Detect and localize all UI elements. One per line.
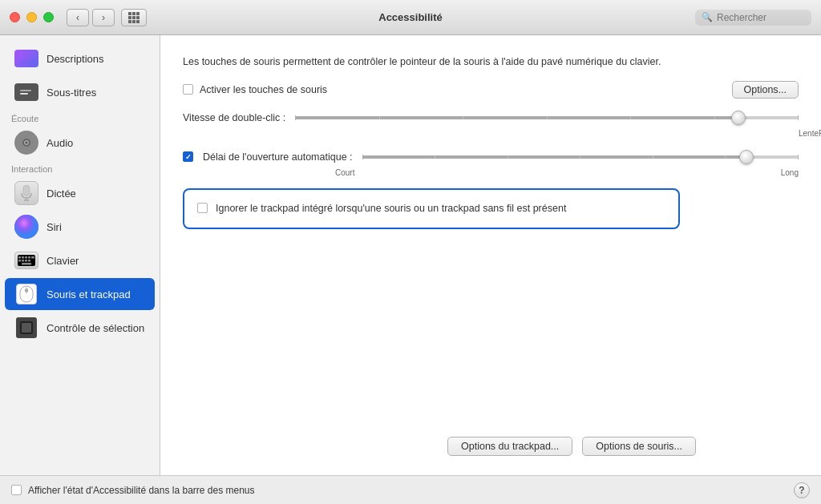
svg-rect-25 (25, 288, 28, 292)
options-button[interactable]: Options... (732, 81, 799, 99)
description-text: Les touches de souris permettent de cont… (183, 54, 696, 70)
double-click-section: Vitesse de double-clic : (183, 110, 799, 138)
svg-rect-13 (18, 256, 21, 259)
section-label-ecoute: Écoute (0, 109, 160, 126)
svg-rect-16 (28, 256, 30, 259)
svg-point-11 (14, 215, 38, 239)
delay-checkbox[interactable] (183, 151, 193, 162)
delay-row: Délai de l'ouverture automatique : (183, 149, 799, 165)
sidebar-item-clavier[interactable]: Clavier (5, 244, 155, 276)
delay-short-label: Court (335, 168, 354, 177)
bottombar-checkbox-row: Afficher l'état d'Accessibilité dans la … (11, 485, 255, 496)
bottom-buttons: Options du trackpad... Options de souris… (183, 437, 696, 456)
ignore-checkbox-label: Ignorer le trackpad intégré lorsqu'une s… (216, 201, 566, 216)
double-click-slider-track (295, 116, 799, 119)
activate-checkbox-row: Activer les touches de souris (183, 84, 327, 95)
svg-rect-19 (22, 260, 24, 262)
grid-icon (128, 12, 140, 23)
maximize-button[interactable] (43, 12, 54, 22)
delay-slider-track (362, 155, 799, 159)
delay-slider-container (362, 149, 799, 165)
double-click-thumb[interactable] (731, 111, 746, 125)
double-click-slider-container (295, 110, 799, 126)
sidebar-item-controle-selection[interactable]: Contrôle de sélection (5, 312, 155, 344)
double-click-label: Vitesse de double-clic : (183, 112, 285, 123)
svg-rect-0 (18, 53, 34, 64)
svg-rect-14 (22, 256, 24, 259)
sidebar-item-label: Contrôle de sélection (47, 322, 144, 334)
sidebar-item-label: Sous-titres (47, 87, 96, 99)
svg-rect-2 (20, 93, 28, 95)
double-click-labels: Lente Rapide (471, 129, 799, 138)
content-panel: Les touches de souris permettent de cont… (160, 35, 821, 475)
trackpad-options-button[interactable]: Options du trackpad... (447, 437, 572, 456)
delay-label: Délai de l'ouverture automatique : (203, 151, 353, 163)
ignore-checkbox[interactable] (197, 203, 208, 213)
speed-slow-label: Lente (799, 129, 819, 138)
siri-icon (14, 215, 38, 239)
window-title: Accessibilité (378, 11, 443, 23)
ignore-trackpad-box: Ignorer le trackpad intégré lorsqu'une s… (183, 188, 680, 229)
sidebar-item-dictee[interactable]: Dictée (5, 177, 155, 209)
svg-rect-15 (25, 256, 27, 259)
svg-rect-8 (23, 185, 30, 196)
controle-icon (14, 316, 38, 340)
sidebar: Descriptions Sous-titres Écoute (0, 35, 160, 475)
forward-button[interactable]: › (92, 9, 115, 26)
sidebar-item-label: Clavier (47, 255, 79, 267)
traffic-lights (10, 12, 54, 22)
sidebar-item-souris-trackpad[interactable]: Souris et trackpad (5, 278, 155, 310)
sidebar-item-label: Souris et trackpad (47, 288, 131, 300)
subtitles-icon (14, 80, 38, 104)
activate-option-row: Activer les touches de souris Options... (183, 81, 799, 99)
sidebar-item-audio[interactable]: Audio (5, 127, 155, 159)
svg-rect-17 (31, 256, 34, 259)
delay-thumb[interactable] (739, 150, 754, 164)
section-label-interaction: Interaction (0, 159, 160, 176)
search-icon: 🔍 (702, 12, 713, 22)
sidebar-item-label: Dictée (47, 187, 76, 200)
clavier-icon (14, 248, 38, 272)
delay-long-label: Long (781, 168, 799, 177)
bottombar-label: Afficher l'état d'Accessibilité dans la … (28, 485, 255, 496)
descriptions-icon (14, 46, 38, 71)
bottombar: Afficher l'état d'Accessibilité dans la … (0, 475, 821, 504)
sidebar-item-label: Audio (47, 137, 73, 149)
svg-rect-21 (28, 260, 30, 262)
souris-icon (14, 282, 38, 306)
bottombar-checkbox[interactable] (11, 485, 22, 495)
double-click-row: Vitesse de double-clic : (183, 110, 799, 126)
back-button[interactable]: ‹ (67, 9, 89, 26)
svg-rect-18 (18, 260, 21, 262)
audio-icon (14, 131, 38, 155)
search-input[interactable] (717, 12, 805, 23)
minimize-button[interactable] (26, 12, 37, 22)
dictee-icon (14, 181, 38, 205)
main-area: Descriptions Sous-titres Écoute (0, 35, 821, 475)
activate-checkbox[interactable] (183, 84, 193, 95)
delay-labels: Court Long (183, 168, 799, 177)
sidebar-item-label: Descriptions (47, 53, 104, 65)
sidebar-item-descriptions[interactable]: Descriptions (5, 42, 155, 75)
help-button[interactable]: ? (794, 482, 810, 498)
grid-button[interactable] (121, 9, 147, 26)
delay-section: Délai de l'ouverture automatique : (183, 149, 799, 177)
svg-point-7 (26, 142, 28, 144)
titlebar: ‹ › Accessibilité 🔍 (0, 0, 821, 35)
svg-rect-20 (25, 260, 27, 262)
search-box[interactable]: 🔍 (695, 10, 811, 26)
svg-rect-28 (22, 323, 31, 333)
mouse-options-button[interactable]: Options de souris... (582, 437, 696, 456)
svg-rect-1 (19, 87, 34, 97)
activate-checkbox-label: Activer les touches de souris (200, 84, 327, 95)
svg-rect-22 (22, 263, 31, 265)
sidebar-item-sous-titres[interactable]: Sous-titres (5, 76, 155, 108)
sidebar-item-label: Siri (47, 221, 62, 233)
nav-buttons: ‹ › (67, 9, 147, 26)
close-button[interactable] (10, 12, 20, 22)
svg-rect-3 (20, 90, 31, 91)
sidebar-item-siri[interactable]: Siri (5, 211, 155, 243)
